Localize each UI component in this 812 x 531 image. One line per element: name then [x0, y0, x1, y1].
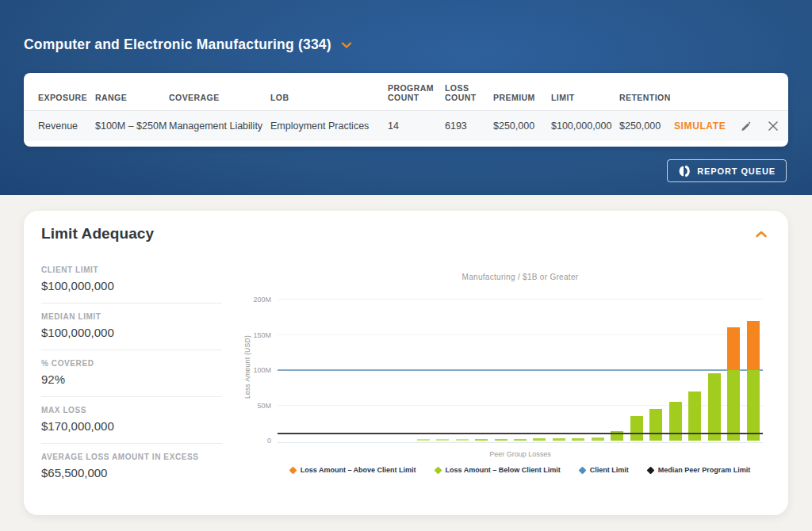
- stat-client-limit: CLIENT LIMIT$100,000,000: [41, 257, 222, 304]
- bar-below-limit: [553, 438, 565, 441]
- bar-below-limit: [747, 370, 760, 441]
- bar-below-limit: [708, 373, 721, 441]
- legend-item-client-limit[interactable]: Client Limit: [580, 466, 629, 474]
- stat-value: $100,000,000: [41, 326, 222, 339]
- stat-median-limit: MEDIAN LIMIT$100,000,000: [41, 304, 222, 350]
- simulate-button[interactable]: SIMULATE: [674, 120, 726, 132]
- column-header-exposure: EXPOSURE: [38, 93, 95, 103]
- table-row-cells: Revenue$100M – $250MManagement Liability…: [38, 120, 674, 132]
- stat-label: MAX LOSS: [41, 406, 222, 414]
- bar-below-limit: [533, 438, 546, 441]
- stat-value: $100,000,000: [41, 279, 222, 292]
- pencil-icon: [740, 120, 752, 132]
- bar-below-limit: [649, 409, 662, 441]
- legend-label: Client Limit: [590, 466, 629, 474]
- table-row: Revenue$100M – $250MManagement Liability…: [24, 111, 788, 141]
- legend-label: Loss Amount – Above Client Limit: [301, 466, 416, 474]
- y-tick-150M: 150M: [238, 331, 271, 339]
- legend-item-loss-amount-above-client-limit[interactable]: Loss Amount – Above Client Limit: [290, 466, 416, 474]
- chevron-up-icon: [755, 230, 768, 239]
- y-tick-100M: 100M: [238, 366, 271, 374]
- stat-label: MEDIAN LIMIT: [41, 312, 222, 321]
- bar-below-limit: [495, 439, 508, 441]
- page-title: Computer and Electronic Manufacturing (3…: [24, 36, 331, 53]
- column-header-coverage: COVERAGE: [169, 93, 270, 103]
- limit-adequacy-card: Limit Adequacy CLIENT LIMIT$100,000,000M…: [24, 211, 788, 515]
- limit-adequacy-chart: Manufacturing / $1B or Greater Loss Amou…: [238, 266, 780, 500]
- cell-retention: $250,000: [619, 120, 674, 132]
- legend-marker-icon: [646, 466, 654, 474]
- legend-marker-icon: [578, 466, 586, 474]
- y-tick-200M: 200M: [238, 296, 271, 304]
- limit-adequacy-title: Limit Adequacy: [41, 225, 154, 243]
- stat-value: $170,000,000: [41, 419, 222, 433]
- bar-below-limit: [514, 439, 527, 441]
- stat-average-loss-amount-in-excess: AVERAGE LOSS AMOUNT IN EXCESS$65,500,000: [41, 444, 222, 490]
- gridline-150M: [278, 334, 763, 335]
- column-header-retention: RETENTION: [619, 93, 674, 103]
- legend-item-loss-amount-below-client-limit[interactable]: Loss Amount – Below Client Limit: [435, 466, 561, 474]
- stat--covered: % COVERED92%: [41, 350, 222, 397]
- cell-coverage: Management Liability: [169, 120, 270, 132]
- stat-max-loss: MAX LOSS$170,000,000: [41, 397, 222, 444]
- industry-header-section: Computer and Electronic Manufacturing (3…: [0, 0, 812, 195]
- column-header-premium: PREMIUM: [493, 93, 551, 103]
- bar-below-limit: [572, 438, 584, 441]
- chart-legend: Loss Amount – Above Client LimitLoss Amo…: [262, 466, 779, 474]
- industry-dropdown-chevron[interactable]: [339, 40, 354, 51]
- legend-marker-icon: [289, 466, 297, 474]
- bar-below-limit: [436, 439, 449, 441]
- y-tick-50M: 50M: [238, 402, 271, 410]
- legend-marker-icon: [434, 466, 442, 474]
- report-queue-label: REPORT QUEUE: [697, 166, 776, 176]
- stat-value: 92%: [41, 372, 222, 386]
- legend-item-median-peer-program-limit[interactable]: Median Peer Program Limit: [648, 466, 751, 474]
- cell-program-count: 14: [388, 120, 445, 132]
- chevron-down-icon: [341, 41, 352, 49]
- cell-limit: $100,000,000: [551, 120, 619, 132]
- stat-label: AVERAGE LOSS AMOUNT IN EXCESS: [41, 453, 222, 461]
- limit-adequacy-stats: CLIENT LIMIT$100,000,000MEDIAN LIMIT$100…: [41, 257, 222, 490]
- table-row-actions: SIMULATE: [674, 119, 787, 134]
- chart-title: Manufacturing / $1B or Greater: [278, 273, 763, 281]
- gridline-0: [278, 442, 763, 443]
- limit-adequacy-collapse-button[interactable]: [753, 228, 769, 240]
- column-header-limit: LIMIT: [551, 93, 619, 103]
- bar-below-limit: [417, 439, 430, 441]
- bar-below-limit: [592, 437, 604, 441]
- edit-row-button[interactable]: [738, 119, 753, 134]
- bar-below-limit: [669, 402, 682, 441]
- stat-value: $65,500,000: [41, 466, 222, 479]
- bar-below-limit: [475, 439, 488, 441]
- gridline-200M: [278, 299, 763, 300]
- cell-loss-count: 6193: [445, 120, 493, 132]
- column-header-loss-count: LOSS COUNT: [445, 83, 493, 103]
- cell-lob: Employment Practices: [270, 120, 388, 132]
- report-queue-button[interactable]: REPORT QUEUE: [667, 159, 787, 182]
- report-pie-icon: [678, 165, 691, 178]
- table-header-row: EXPOSURERANGECOVERAGELOBPROGRAM COUNTLOS…: [24, 73, 788, 111]
- client-limit-line: [278, 369, 763, 371]
- bar-above-limit: [747, 321, 760, 370]
- bar-above-limit: [727, 327, 740, 370]
- chart-x-axis-label: Peer Group Losses: [278, 450, 763, 458]
- legend-label: Median Peer Program Limit: [658, 466, 751, 474]
- stat-label: CLIENT LIMIT: [41, 266, 222, 274]
- column-header-program-count: PROGRAM COUNT: [388, 83, 445, 103]
- y-tick-0: 0: [238, 437, 271, 445]
- bar-below-limit: [630, 416, 643, 441]
- remove-row-button[interactable]: [766, 119, 780, 133]
- bar-below-limit: [727, 370, 740, 441]
- column-header-range: RANGE: [95, 93, 169, 103]
- cell-exposure: Revenue: [38, 120, 95, 132]
- column-header-lob: LOB: [270, 93, 388, 103]
- chart-plot-area: [278, 300, 763, 441]
- cell-premium: $250,000: [493, 120, 551, 132]
- stat-label: % COVERED: [41, 359, 222, 368]
- legend-label: Loss Amount – Below Client Limit: [446, 466, 561, 474]
- program-table-card: EXPOSURERANGECOVERAGELOBPROGRAM COUNTLOS…: [24, 73, 788, 147]
- industry-title-group: Computer and Electronic Manufacturing (3…: [24, 36, 354, 53]
- bar-below-limit: [456, 439, 469, 441]
- close-icon: [768, 120, 779, 132]
- cell-range: $100M – $250M: [95, 120, 169, 132]
